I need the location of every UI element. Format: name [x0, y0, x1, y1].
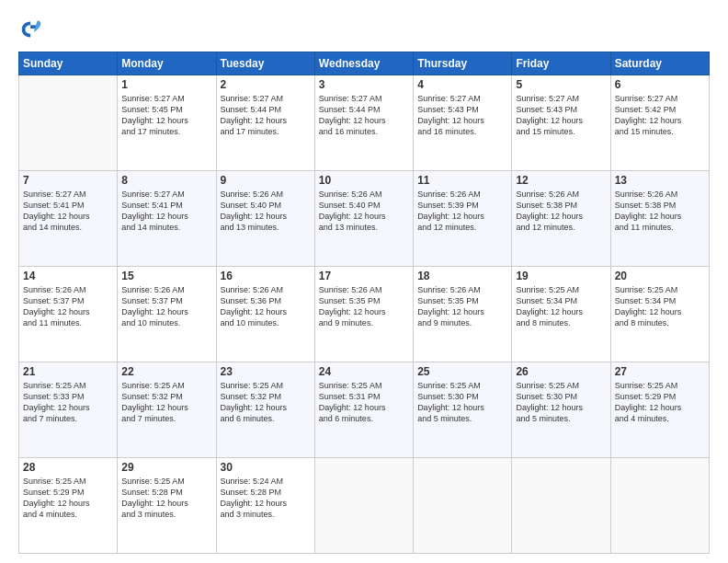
cell-info: Sunrise: 5:25 AM Sunset: 5:32 PM Dayligh…: [221, 380, 311, 425]
cell-info: Sunrise: 5:24 AM Sunset: 5:28 PM Dayligh…: [221, 476, 311, 521]
calendar-cell: 15Sunrise: 5:26 AM Sunset: 5:37 PM Dayli…: [118, 267, 216, 362]
day-number: 5: [516, 78, 606, 91]
header-cell-monday: Monday: [118, 52, 216, 75]
cell-info: Sunrise: 5:25 AM Sunset: 5:29 PM Dayligh…: [23, 476, 113, 521]
cell-info: Sunrise: 5:25 AM Sunset: 5:33 PM Dayligh…: [23, 380, 113, 425]
day-number: 18: [417, 270, 507, 282]
cell-info: Sunrise: 5:26 AM Sunset: 5:37 PM Dayligh…: [23, 284, 113, 329]
calendar-cell: 9Sunrise: 5:26 AM Sunset: 5:40 PM Daylig…: [216, 171, 314, 267]
day-number: 22: [121, 365, 211, 378]
day-number: 24: [319, 365, 409, 378]
day-number: 27: [615, 365, 705, 378]
header-row: SundayMondayTuesdayWednesdayThursdayFrid…: [19, 52, 710, 75]
day-number: 12: [516, 174, 606, 187]
day-number: 21: [23, 365, 113, 378]
cell-info: Sunrise: 5:25 AM Sunset: 5:31 PM Dayligh…: [319, 380, 409, 425]
calendar-cell: 4Sunrise: 5:27 AM Sunset: 5:43 PM Daylig…: [414, 75, 512, 171]
cell-info: Sunrise: 5:26 AM Sunset: 5:35 PM Dayligh…: [417, 284, 507, 329]
day-number: 9: [221, 174, 311, 187]
calendar-cell: 8Sunrise: 5:27 AM Sunset: 5:41 PM Daylig…: [118, 171, 216, 267]
day-number: 14: [23, 270, 113, 282]
day-number: 6: [615, 78, 705, 91]
calendar-cell: 27Sunrise: 5:25 AM Sunset: 5:29 PM Dayli…: [610, 362, 709, 458]
cell-info: Sunrise: 5:27 AM Sunset: 5:44 PM Dayligh…: [221, 93, 311, 138]
cell-info: Sunrise: 5:27 AM Sunset: 5:41 PM Dayligh…: [121, 189, 211, 234]
week-row-2: 7Sunrise: 5:27 AM Sunset: 5:41 PM Daylig…: [19, 171, 710, 267]
cell-info: Sunrise: 5:27 AM Sunset: 5:45 PM Dayligh…: [121, 93, 211, 138]
cell-info: Sunrise: 5:25 AM Sunset: 5:34 PM Dayligh…: [516, 284, 606, 329]
calendar-cell: 10Sunrise: 5:26 AM Sunset: 5:40 PM Dayli…: [314, 171, 413, 267]
calendar-cell: 17Sunrise: 5:26 AM Sunset: 5:35 PM Dayli…: [314, 267, 413, 362]
calendar-cell: 1Sunrise: 5:27 AM Sunset: 5:45 PM Daylig…: [118, 75, 216, 171]
calendar-table: SundayMondayTuesdayWednesdayThursdayFrid…: [18, 52, 710, 554]
week-row-4: 21Sunrise: 5:25 AM Sunset: 5:33 PM Dayli…: [19, 362, 710, 458]
page: SundayMondayTuesdayWednesdayThursdayFrid…: [0, 0, 728, 563]
day-number: 26: [516, 365, 606, 378]
logo: [18, 17, 48, 42]
cell-info: Sunrise: 5:27 AM Sunset: 5:43 PM Dayligh…: [516, 93, 606, 138]
calendar-cell: 13Sunrise: 5:26 AM Sunset: 5:38 PM Dayli…: [610, 171, 709, 267]
calendar-cell: 22Sunrise: 5:25 AM Sunset: 5:32 PM Dayli…: [118, 362, 216, 458]
cell-info: Sunrise: 5:27 AM Sunset: 5:41 PM Dayligh…: [23, 189, 113, 234]
day-number: 7: [23, 174, 113, 187]
day-number: 19: [516, 270, 606, 282]
calendar-cell: 26Sunrise: 5:25 AM Sunset: 5:30 PM Dayli…: [512, 362, 610, 458]
calendar-cell: 23Sunrise: 5:25 AM Sunset: 5:32 PM Dayli…: [216, 362, 314, 458]
calendar-cell: 5Sunrise: 5:27 AM Sunset: 5:43 PM Daylig…: [512, 75, 610, 171]
calendar-cell: 14Sunrise: 5:26 AM Sunset: 5:37 PM Dayli…: [19, 267, 118, 362]
calendar-cell: 30Sunrise: 5:24 AM Sunset: 5:28 PM Dayli…: [216, 458, 314, 554]
cell-info: Sunrise: 5:26 AM Sunset: 5:38 PM Dayligh…: [615, 189, 705, 234]
day-number: 15: [121, 270, 211, 282]
day-number: 2: [221, 78, 311, 91]
calendar-cell: [512, 458, 610, 554]
calendar-cell: [314, 458, 413, 554]
cell-info: Sunrise: 5:26 AM Sunset: 5:37 PM Dayligh…: [121, 284, 211, 329]
calendar-cell: 16Sunrise: 5:26 AM Sunset: 5:36 PM Dayli…: [216, 267, 314, 362]
day-number: 23: [221, 365, 311, 378]
header-cell-friday: Friday: [512, 52, 610, 75]
day-number: 16: [221, 270, 311, 282]
cell-info: Sunrise: 5:26 AM Sunset: 5:38 PM Dayligh…: [516, 189, 606, 234]
calendar-cell: 3Sunrise: 5:27 AM Sunset: 5:44 PM Daylig…: [314, 75, 413, 171]
calendar-cell: 12Sunrise: 5:26 AM Sunset: 5:38 PM Dayli…: [512, 171, 610, 267]
calendar-cell: 18Sunrise: 5:26 AM Sunset: 5:35 PM Dayli…: [414, 267, 512, 362]
header-cell-wednesday: Wednesday: [314, 52, 413, 75]
calendar-cell: 29Sunrise: 5:25 AM Sunset: 5:28 PM Dayli…: [118, 458, 216, 554]
calendar-cell: 2Sunrise: 5:27 AM Sunset: 5:44 PM Daylig…: [216, 75, 314, 171]
calendar-cell: 6Sunrise: 5:27 AM Sunset: 5:42 PM Daylig…: [610, 75, 709, 171]
day-number: 13: [615, 174, 705, 187]
calendar-cell: 21Sunrise: 5:25 AM Sunset: 5:33 PM Dayli…: [19, 362, 118, 458]
day-number: 3: [319, 78, 409, 91]
day-number: 4: [417, 78, 507, 91]
cell-info: Sunrise: 5:25 AM Sunset: 5:28 PM Dayligh…: [121, 476, 211, 521]
calendar-cell: [19, 75, 118, 171]
calendar-cell: [610, 458, 709, 554]
cell-info: Sunrise: 5:25 AM Sunset: 5:32 PM Dayligh…: [121, 380, 211, 425]
calendar-body: 1Sunrise: 5:27 AM Sunset: 5:45 PM Daylig…: [19, 75, 710, 554]
cell-info: Sunrise: 5:26 AM Sunset: 5:39 PM Dayligh…: [417, 189, 507, 234]
header-cell-thursday: Thursday: [414, 52, 512, 75]
cell-info: Sunrise: 5:25 AM Sunset: 5:34 PM Dayligh…: [615, 284, 705, 329]
cell-info: Sunrise: 5:26 AM Sunset: 5:40 PM Dayligh…: [221, 189, 311, 234]
cell-info: Sunrise: 5:25 AM Sunset: 5:30 PM Dayligh…: [417, 380, 507, 425]
cell-info: Sunrise: 5:27 AM Sunset: 5:43 PM Dayligh…: [417, 93, 507, 138]
calendar-cell: 24Sunrise: 5:25 AM Sunset: 5:31 PM Dayli…: [314, 362, 413, 458]
calendar-cell: 11Sunrise: 5:26 AM Sunset: 5:39 PM Dayli…: [414, 171, 512, 267]
cell-info: Sunrise: 5:26 AM Sunset: 5:40 PM Dayligh…: [319, 189, 409, 234]
header-cell-sunday: Sunday: [19, 52, 118, 75]
logo-icon: [18, 17, 44, 42]
cell-info: Sunrise: 5:25 AM Sunset: 5:30 PM Dayligh…: [516, 380, 606, 425]
day-number: 29: [121, 461, 211, 474]
header-cell-tuesday: Tuesday: [216, 52, 314, 75]
day-number: 1: [121, 78, 211, 91]
week-row-3: 14Sunrise: 5:26 AM Sunset: 5:37 PM Dayli…: [19, 267, 710, 362]
calendar-header: SundayMondayTuesdayWednesdayThursdayFrid…: [19, 52, 710, 75]
day-number: 25: [417, 365, 507, 378]
day-number: 10: [319, 174, 409, 187]
calendar-cell: 19Sunrise: 5:25 AM Sunset: 5:34 PM Dayli…: [512, 267, 610, 362]
cell-info: Sunrise: 5:25 AM Sunset: 5:29 PM Dayligh…: [615, 380, 705, 425]
week-row-5: 28Sunrise: 5:25 AM Sunset: 5:29 PM Dayli…: [19, 458, 710, 554]
header: [18, 17, 710, 42]
calendar-cell: 25Sunrise: 5:25 AM Sunset: 5:30 PM Dayli…: [414, 362, 512, 458]
calendar-cell: 28Sunrise: 5:25 AM Sunset: 5:29 PM Dayli…: [19, 458, 118, 554]
